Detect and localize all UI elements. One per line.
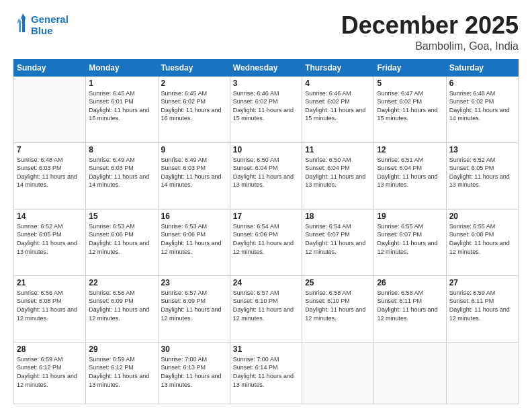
table-row: 7 Sunrise: 6:48 AM Sunset: 6:03 PM Dayli… bbox=[14, 142, 86, 209]
cell-info: Sunrise: 7:00 AM Sunset: 6:13 PM Dayligh… bbox=[161, 355, 227, 389]
daylight-hours: Daylight: 11 hours and 12 minutes. bbox=[17, 373, 77, 388]
day-number: 26 bbox=[377, 278, 443, 287]
sunset-time: Sunset: 6:02 PM bbox=[161, 98, 206, 105]
table-row bbox=[14, 76, 86, 142]
col-saturday: Saturday bbox=[446, 59, 518, 76]
daylight-hours: Daylight: 11 hours and 13 minutes. bbox=[17, 240, 77, 255]
table-row bbox=[302, 342, 374, 404]
table-row: 5 Sunrise: 6:47 AM Sunset: 6:02 PM Dayli… bbox=[374, 76, 446, 142]
col-thursday: Thursday bbox=[302, 59, 374, 76]
sunset-time: Sunset: 6:08 PM bbox=[449, 231, 494, 238]
day-number: 18 bbox=[305, 212, 371, 221]
sunset-time: Sunset: 6:10 PM bbox=[305, 298, 350, 304]
col-tuesday: Tuesday bbox=[158, 59, 230, 76]
table-row: 2 Sunrise: 6:45 AM Sunset: 6:02 PM Dayli… bbox=[158, 76, 230, 142]
sunset-time: Sunset: 6:03 PM bbox=[89, 165, 134, 171]
daylight-hours: Daylight: 11 hours and 14 minutes. bbox=[161, 173, 222, 189]
logo-general: General bbox=[31, 13, 69, 25]
table-row: 13 Sunrise: 6:52 AM Sunset: 6:05 PM Dayl… bbox=[446, 142, 518, 209]
daylight-hours: Daylight: 11 hours and 12 minutes. bbox=[305, 306, 365, 322]
cell-info: Sunrise: 6:48 AM Sunset: 6:03 PM Dayligh… bbox=[17, 156, 83, 189]
sunset-time: Sunset: 6:06 PM bbox=[161, 231, 206, 238]
col-friday: Friday bbox=[374, 59, 446, 76]
sunrise-time: Sunrise: 6:55 AM bbox=[449, 223, 496, 230]
daylight-hours: Daylight: 11 hours and 12 minutes. bbox=[233, 306, 294, 322]
day-number: 19 bbox=[377, 212, 443, 221]
table-row: 11 Sunrise: 6:50 AM Sunset: 6:04 PM Dayl… bbox=[302, 142, 374, 209]
svg-marker-1 bbox=[17, 18, 23, 32]
day-number: 5 bbox=[377, 79, 443, 88]
daylight-hours: Daylight: 11 hours and 12 minutes. bbox=[17, 306, 77, 322]
table-row bbox=[374, 342, 446, 404]
sunset-time: Sunset: 6:09 PM bbox=[89, 298, 134, 304]
day-number: 13 bbox=[449, 145, 515, 154]
sunrise-time: Sunrise: 7:00 AM bbox=[233, 356, 279, 363]
cell-info: Sunrise: 6:59 AM Sunset: 6:11 PM Dayligh… bbox=[449, 289, 515, 322]
cell-info: Sunrise: 6:57 AM Sunset: 6:10 PM Dayligh… bbox=[233, 289, 299, 322]
sunset-time: Sunset: 6:04 PM bbox=[305, 165, 350, 171]
sunrise-time: Sunrise: 6:48 AM bbox=[17, 156, 63, 163]
sunset-time: Sunset: 6:12 PM bbox=[89, 364, 134, 371]
sunset-time: Sunset: 6:02 PM bbox=[305, 98, 350, 105]
day-number: 25 bbox=[305, 278, 371, 287]
sunrise-time: Sunrise: 6:52 AM bbox=[17, 223, 63, 230]
sunrise-time: Sunrise: 6:59 AM bbox=[89, 356, 135, 363]
sunrise-time: Sunrise: 6:53 AM bbox=[89, 223, 135, 230]
calendar-week-row: 1 Sunrise: 6:45 AM Sunset: 6:01 PM Dayli… bbox=[14, 76, 519, 142]
cell-info: Sunrise: 7:00 AM Sunset: 6:14 PM Dayligh… bbox=[233, 355, 299, 389]
table-row: 18 Sunrise: 6:54 AM Sunset: 6:07 PM Dayl… bbox=[302, 209, 374, 275]
table-row: 20 Sunrise: 6:55 AM Sunset: 6:08 PM Dayl… bbox=[446, 209, 518, 275]
day-number: 21 bbox=[17, 278, 83, 287]
sunrise-time: Sunrise: 6:46 AM bbox=[233, 90, 279, 97]
table-row: 23 Sunrise: 6:57 AM Sunset: 6:09 PM Dayl… bbox=[158, 275, 230, 342]
sunset-time: Sunset: 6:07 PM bbox=[377, 231, 422, 238]
sunrise-time: Sunrise: 6:45 AM bbox=[161, 90, 208, 97]
sunrise-time: Sunrise: 6:50 AM bbox=[233, 156, 279, 163]
daylight-hours: Daylight: 11 hours and 12 minutes. bbox=[305, 240, 365, 255]
table-row: 19 Sunrise: 6:55 AM Sunset: 6:07 PM Dayl… bbox=[374, 209, 446, 275]
day-number: 23 bbox=[161, 278, 227, 287]
sunrise-time: Sunrise: 6:59 AM bbox=[17, 356, 63, 363]
daylight-hours: Daylight: 11 hours and 16 minutes. bbox=[89, 107, 149, 122]
table-row: 4 Sunrise: 6:46 AM Sunset: 6:02 PM Dayli… bbox=[302, 76, 374, 142]
sunset-time: Sunset: 6:03 PM bbox=[17, 165, 62, 171]
table-row: 10 Sunrise: 6:50 AM Sunset: 6:04 PM Dayl… bbox=[230, 142, 302, 209]
month-title: December 2025 bbox=[341, 12, 519, 39]
day-number: 15 bbox=[89, 212, 154, 221]
header: General Blue December 2025 Bambolim, Goa… bbox=[13, 12, 519, 52]
day-number: 24 bbox=[233, 278, 299, 287]
sunset-time: Sunset: 6:02 PM bbox=[233, 98, 278, 105]
table-row: 27 Sunrise: 6:59 AM Sunset: 6:11 PM Dayl… bbox=[446, 275, 518, 342]
cell-info: Sunrise: 6:54 AM Sunset: 6:06 PM Dayligh… bbox=[233, 222, 299, 256]
daylight-hours: Daylight: 11 hours and 16 minutes. bbox=[161, 107, 222, 122]
table-row: 6 Sunrise: 6:48 AM Sunset: 6:02 PM Dayli… bbox=[446, 76, 518, 142]
cell-info: Sunrise: 6:57 AM Sunset: 6:09 PM Dayligh… bbox=[161, 289, 227, 322]
day-number: 6 bbox=[449, 79, 515, 88]
sunrise-time: Sunrise: 6:46 AM bbox=[305, 90, 351, 97]
sunrise-time: Sunrise: 6:49 AM bbox=[89, 156, 135, 163]
sunrise-time: Sunrise: 6:48 AM bbox=[449, 90, 496, 97]
calendar-week-row: 7 Sunrise: 6:48 AM Sunset: 6:03 PM Dayli… bbox=[14, 142, 519, 209]
cell-info: Sunrise: 6:47 AM Sunset: 6:02 PM Dayligh… bbox=[377, 89, 443, 123]
day-number: 17 bbox=[233, 212, 299, 221]
calendar-table: Sunday Monday Tuesday Wednesday Thursday… bbox=[13, 59, 519, 404]
cell-info: Sunrise: 6:52 AM Sunset: 6:05 PM Dayligh… bbox=[17, 222, 83, 256]
daylight-hours: Daylight: 11 hours and 12 minutes. bbox=[377, 240, 437, 255]
sunset-time: Sunset: 6:09 PM bbox=[161, 298, 206, 304]
daylight-hours: Daylight: 11 hours and 12 minutes. bbox=[377, 306, 437, 322]
day-number: 2 bbox=[161, 79, 227, 88]
cell-info: Sunrise: 6:53 AM Sunset: 6:06 PM Dayligh… bbox=[161, 222, 227, 256]
day-number: 4 bbox=[305, 79, 371, 88]
daylight-hours: Daylight: 11 hours and 13 minutes. bbox=[161, 373, 222, 388]
table-row: 24 Sunrise: 6:57 AM Sunset: 6:10 PM Dayl… bbox=[230, 275, 302, 342]
day-number: 28 bbox=[17, 345, 83, 354]
cell-info: Sunrise: 6:45 AM Sunset: 6:02 PM Dayligh… bbox=[161, 89, 227, 123]
sunrise-time: Sunrise: 6:51 AM bbox=[377, 156, 423, 163]
table-row: 3 Sunrise: 6:46 AM Sunset: 6:02 PM Dayli… bbox=[230, 76, 302, 142]
cell-info: Sunrise: 6:58 AM Sunset: 6:10 PM Dayligh… bbox=[305, 289, 371, 322]
sunset-time: Sunset: 6:11 PM bbox=[449, 298, 494, 304]
sunset-time: Sunset: 6:12 PM bbox=[17, 364, 62, 371]
cell-info: Sunrise: 6:48 AM Sunset: 6:02 PM Dayligh… bbox=[449, 89, 515, 123]
daylight-hours: Daylight: 11 hours and 15 minutes. bbox=[377, 107, 437, 122]
table-row: 21 Sunrise: 6:56 AM Sunset: 6:08 PM Dayl… bbox=[14, 275, 86, 342]
